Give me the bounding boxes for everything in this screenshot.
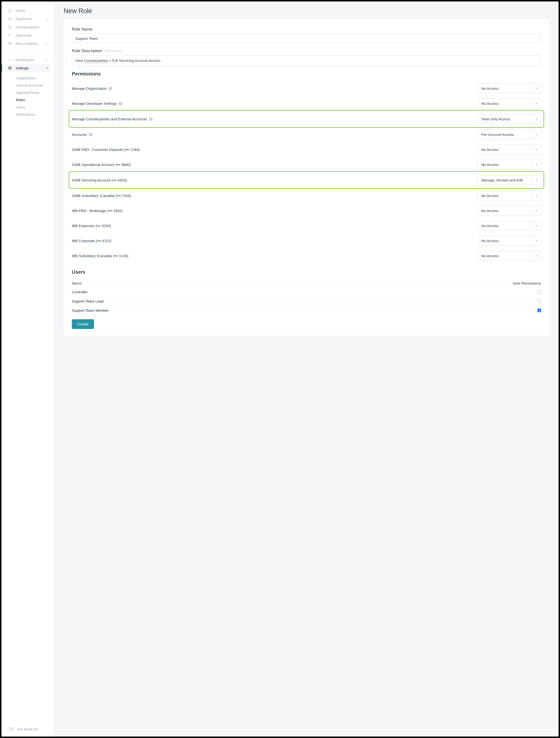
create-button[interactable]: Create xyxy=(72,319,94,329)
subnav-users[interactable]: Users xyxy=(15,103,51,111)
permission-row: GWB FBO - Customer Deposits (••• 1284) N… xyxy=(72,142,541,157)
sidebar-item-home[interactable]: Home xyxy=(5,6,51,15)
permission-row: IBB Subsidiary (Canada) (••• 1145) No Ac… xyxy=(72,249,541,263)
sidebar-item-reconciliation[interactable]: Reconciliation xyxy=(5,39,51,48)
select-value: No Access xyxy=(478,206,532,215)
permission-select[interactable]: No Access xyxy=(478,83,541,93)
sidebar-item-payments[interactable]: Payments xyxy=(5,15,51,23)
permission-label: GWB FBO - Customer Deposits (••• 1284) xyxy=(72,147,478,151)
help-icon[interactable]: ? xyxy=(119,102,122,105)
role-name-label: Role Name xyxy=(72,27,541,32)
subnav-notifications[interactable]: Notifications xyxy=(15,111,51,118)
permission-checkbox[interactable] xyxy=(537,290,541,294)
user-row: Support Team Member xyxy=(72,306,541,315)
chevron-down-icon xyxy=(532,206,541,215)
permission-row: IBB Expenses (••• 3293) No Access xyxy=(72,218,541,233)
nav-label: Approvals xyxy=(16,33,32,37)
chevron-down-icon xyxy=(532,251,541,260)
permission-row: Accounts ? Per-Account Access xyxy=(72,127,541,142)
desc-text: + Full Servicing Account Access xyxy=(108,58,161,63)
svg-point-1 xyxy=(9,26,10,27)
role-description-input[interactable]: View Counterparties + Full Servicing Acc… xyxy=(72,55,541,66)
select-value: No Access xyxy=(478,251,532,260)
permission-label: GWB Servicing Account (••• 0433) xyxy=(72,178,478,182)
contacts-icon xyxy=(7,25,13,29)
select-value: No Access xyxy=(478,236,532,245)
secondary-nav: Developers Settings xyxy=(1,54,54,74)
help-icon[interactable]: ? xyxy=(108,87,112,90)
role-name-input[interactable] xyxy=(72,34,541,43)
permission-select[interactable]: Per-Account Access xyxy=(478,129,541,139)
test-mode-toggle[interactable] xyxy=(7,727,14,731)
nav-label: Counterparties xyxy=(16,25,39,29)
nav-label: Reconciliation xyxy=(16,41,38,46)
permission-select[interactable]: No Access xyxy=(478,191,541,201)
permission-select[interactable]: No Access xyxy=(478,159,541,169)
settings-subnav: Organization Internal Accounts Approval … xyxy=(1,74,54,119)
select-value: No Access xyxy=(478,99,532,108)
permission-select[interactable]: No Access xyxy=(478,251,541,261)
nav-label: Developers xyxy=(16,58,34,62)
permission-select[interactable]: No Access xyxy=(478,144,541,154)
svg-point-2 xyxy=(9,67,11,69)
subnav-organization[interactable]: Organization xyxy=(15,74,51,82)
home-icon xyxy=(7,8,13,13)
chevron-down-icon xyxy=(46,58,48,62)
permission-checkbox[interactable] xyxy=(537,299,541,303)
sidebar-item-approvals[interactable]: Approvals xyxy=(5,31,51,39)
users-heading: Users xyxy=(72,269,541,275)
chevron-down-icon xyxy=(532,236,541,245)
primary-nav: Home Payments Counterparties xyxy=(1,4,54,49)
sidebar-item-counterparties[interactable]: Counterparties xyxy=(5,23,51,31)
permission-row: IBB Corporate (••• 8722) No Access xyxy=(72,234,541,248)
select-value: No Access xyxy=(478,84,532,93)
role-name-field: Role Name xyxy=(72,27,541,43)
chevron-down-icon xyxy=(532,145,541,154)
permission-label: Manage Developer Settings ? xyxy=(72,101,478,105)
user-row: Support Team Lead xyxy=(72,297,541,306)
sidebar-item-developers[interactable]: Developers xyxy=(5,56,51,64)
desc-text: View xyxy=(75,58,84,63)
permission-select[interactable]: View Only Access xyxy=(478,114,541,124)
role-description-label: Role Description OPTIONAL xyxy=(72,48,541,53)
chevron-down-icon xyxy=(532,191,541,200)
sidebar-footer: Test Mode On xyxy=(1,724,54,735)
chevron-up-icon xyxy=(46,66,48,70)
chevron-down-icon xyxy=(46,17,48,21)
approvals-icon xyxy=(7,33,13,37)
chevron-down-icon xyxy=(532,114,541,123)
permission-select[interactable]: No Access xyxy=(478,236,541,246)
permission-label: IBB FBO - Brokerage (••• 2932) xyxy=(72,209,478,213)
permission-row: GWB Servicing Account (••• 0433) Manage,… xyxy=(70,173,543,187)
form-card: Role Name Role Description OPTIONAL View… xyxy=(64,19,549,336)
chevron-down-icon xyxy=(46,41,48,46)
permission-select[interactable]: Manage, Review and Edit xyxy=(478,175,541,185)
optional-tag: OPTIONAL xyxy=(104,49,122,53)
permission-row: Manage Counterparties and External Accou… xyxy=(70,111,543,126)
main-content: New Role Role Name Role Description OPTI… xyxy=(54,1,559,737)
subnav-internal-accounts[interactable]: Internal Accounts xyxy=(15,82,51,89)
role-description-label-text: Role Description xyxy=(72,48,102,53)
select-value: No Access xyxy=(478,221,532,230)
permission-select[interactable]: No Access xyxy=(478,98,541,108)
permission-label: IBB Subsidiary (Canada) (••• 1145) xyxy=(72,254,478,258)
users-table-header: Name Give Permissions xyxy=(72,279,541,287)
users-list: Controller Support Team Lead Support Tea… xyxy=(72,287,541,315)
subnav-approval-rules[interactable]: Approval Rules xyxy=(15,89,51,96)
permission-row: IBB FBO - Brokerage (••• 2932) No Access xyxy=(72,203,541,218)
permission-label: GWB Subsidiary (Canada) (••• 7026) xyxy=(72,194,478,198)
bank-icon xyxy=(7,16,13,21)
help-icon[interactable]: ? xyxy=(89,133,92,136)
help-icon[interactable]: ? xyxy=(149,117,153,121)
select-value: View Only Access xyxy=(478,114,532,123)
chevron-down-icon xyxy=(532,84,541,93)
user-name: Controller xyxy=(72,290,88,294)
permission-checkbox[interactable] xyxy=(537,309,541,312)
subnav-roles[interactable]: Roles xyxy=(15,96,51,103)
sidebar-item-settings[interactable]: Settings xyxy=(5,64,51,72)
select-value: No Access xyxy=(478,160,532,169)
permission-select[interactable]: No Access xyxy=(478,221,541,231)
permission-select[interactable]: No Access xyxy=(478,206,541,216)
select-value: No Access xyxy=(478,145,532,154)
permission-row: GWB Operational Account (••• 9680) No Ac… xyxy=(72,157,541,172)
